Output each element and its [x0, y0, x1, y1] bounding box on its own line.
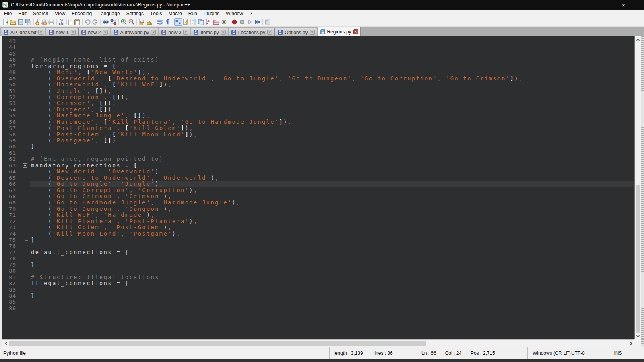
menu-item-help[interactable]: ?	[246, 10, 256, 18]
word-wrap-icon[interactable]	[156, 18, 164, 26]
code-text[interactable]: }	[30, 262, 634, 268]
code-text[interactable]: # Structure: illegal locations	[30, 274, 634, 280]
code-text[interactable]: terraria_regions = [	[30, 63, 634, 69]
code-line-56[interactable]: 56 ('Hardmode', ['Kill Plantera', 'Go to…	[2, 119, 634, 125]
code-text[interactable]	[30, 299, 634, 305]
horizontal-scrollbar[interactable]	[2, 339, 634, 347]
menu-item-search[interactable]: Search	[30, 10, 52, 18]
find-icon[interactable]	[102, 18, 109, 26]
code-text[interactable]: ('Kill Moon Lord', 'Postgame'),	[30, 231, 634, 237]
code-line-76[interactable]: 76	[2, 243, 634, 249]
code-text[interactable]: # (Entrance, region pointed to)	[30, 156, 634, 162]
code-line-51[interactable]: 51 ('Jungle', []),	[2, 88, 634, 94]
code-line-84[interactable]: 84}	[2, 293, 634, 299]
code-line-66[interactable]: 66 ('Go to Jungle', 'Jungle'),	[2, 181, 634, 187]
code-text[interactable]: ('Go to Crimson', 'Crimson'),	[30, 193, 634, 200]
macro-record-icon[interactable]	[231, 18, 238, 26]
code-text[interactable]: ('Jungle', []),	[30, 88, 634, 94]
code-line-64[interactable]: 64 ('New World', 'Overworld'),	[2, 169, 634, 175]
code-text[interactable]: ('Post-Golem', ['Kill Moon Lord']),	[30, 132, 634, 138]
code-text[interactable]	[30, 38, 634, 44]
menu-item-language[interactable]: Language	[95, 10, 123, 18]
code-text[interactable]: ('Hardmode Jungle', []),	[30, 113, 634, 119]
code-line-62[interactable]: 62# (Entrance, region pointed to)	[2, 156, 634, 162]
scroll-up-icon[interactable]	[635, 36, 641, 43]
code-line-57[interactable]: 57 ('Post-Plantera', ['Kill Golem']),	[2, 125, 634, 131]
tab-close-icon[interactable]: ×	[221, 30, 226, 35]
sync-vertical-scroll-icon[interactable]	[138, 18, 146, 26]
tab-ap-ideas.txt[interactable]: AP Ideas.txt×	[1, 28, 45, 36]
tab-new-1[interactable]: new 1×	[46, 28, 78, 36]
tab-close-icon[interactable]: ×	[103, 30, 108, 35]
code-line-73[interactable]: 73 ('Kill Golem', 'Post-Golem'),	[2, 224, 634, 230]
new-file-icon[interactable]	[2, 18, 9, 26]
code-line-54[interactable]: 54 ('Dungeon', []),	[2, 107, 634, 113]
code-text[interactable]: ('Go to Jungle', 'Jungle'),	[30, 181, 634, 187]
code-text[interactable]: ('Crimson', []),	[30, 100, 634, 106]
print-icon[interactable]	[47, 18, 55, 26]
code-line-70[interactable]: 70 ('Go to Dungeon', 'Dungeon'),	[2, 206, 634, 212]
code-line-69[interactable]: 69 ('Go to Hardmode Jungle', 'Hardmode J…	[2, 200, 634, 206]
tab-regions.py[interactable]: Regions.py×	[318, 27, 361, 36]
code-text[interactable]	[30, 243, 634, 249]
code-text[interactable]: ('Overworld', ['Descend to Underworld', …	[30, 76, 634, 82]
code-text[interactable]: default_connections = {	[30, 249, 634, 255]
code-text[interactable]: ]	[30, 144, 634, 150]
folder-as-workspace-icon[interactable]	[213, 18, 220, 26]
code-text[interactable]	[30, 305, 634, 311]
code-line-80[interactable]: 80	[2, 268, 634, 274]
code-line-50[interactable]: 50 ('Underworld', ['Kill WoF']),	[2, 82, 634, 88]
monitoring-icon[interactable]	[220, 18, 228, 26]
code-text[interactable]: }	[30, 293, 634, 299]
code-line-79[interactable]: 79}	[2, 262, 634, 268]
code-text[interactable]: ('Menu', ['New World']),	[30, 69, 634, 75]
code-text[interactable]: ('Underworld', ['Kill WoF']),	[30, 82, 634, 88]
scroll-left-icon[interactable]	[2, 340, 9, 347]
macro-stop-icon[interactable]	[238, 18, 246, 26]
zoom-out-icon[interactable]	[128, 18, 135, 26]
code-text[interactable]	[30, 51, 634, 57]
code-line-74[interactable]: 74 ('Kill Moon Lord', 'Postgame'),	[2, 231, 634, 237]
code-text[interactable]	[30, 268, 634, 274]
code-text[interactable]: ('Postgame', [])	[30, 138, 634, 144]
scroll-right-icon[interactable]	[627, 340, 634, 347]
code-line-86[interactable]: 86	[2, 305, 634, 311]
indent-guide-icon[interactable]	[174, 18, 182, 26]
code-text[interactable]: ('Kill Plantera', 'Post-Plantera'),	[30, 218, 634, 224]
vertical-scrollbar[interactable]	[634, 36, 641, 339]
show-all-chars-icon[interactable]	[164, 18, 171, 26]
code-line-83[interactable]: 83	[2, 287, 634, 293]
code-text[interactable]: ('Go to Corruption', 'Corruption'),	[30, 187, 634, 193]
replace-icon[interactable]	[109, 18, 117, 26]
code-line-81[interactable]: 81# Structure: illegal locations	[2, 274, 634, 280]
tab-options.py[interactable]: Options.py×	[275, 28, 317, 36]
code-line-82[interactable]: 82illegal_connections = {	[2, 280, 634, 286]
code-line-68[interactable]: 68 ('Go to Crimson', 'Crimson'),	[2, 193, 634, 200]
code-text[interactable]: ('Dungeon', []),	[30, 107, 634, 113]
paste-icon[interactable]	[73, 18, 81, 26]
undo-icon[interactable]	[84, 18, 91, 26]
tab-new-2[interactable]: new 2×	[78, 28, 110, 36]
function-list-icon[interactable]	[182, 18, 190, 26]
tab-autoworld.py[interactable]: AutoWorld.py×	[111, 28, 159, 36]
sync-horizontal-scroll-icon[interactable]	[146, 18, 153, 26]
code-text[interactable]: ('Post-Plantera', ['Kill Golem']),	[30, 125, 634, 131]
open-file-icon[interactable]	[9, 18, 17, 26]
code-line-49[interactable]: 49 ('Overworld', ['Descend to Underworld…	[2, 76, 634, 82]
fold-collapse-icon[interactable]	[23, 163, 27, 168]
vertical-scrollbar-thumb[interactable]	[636, 185, 640, 333]
scroll-down-icon[interactable]	[635, 333, 641, 339]
minimize-icon[interactable]	[577, 0, 596, 10]
tab-new-3[interactable]: new 3×	[159, 28, 190, 36]
code-line-61[interactable]: 61	[2, 150, 634, 156]
code-line-52[interactable]: 52 ('Corruption', []),	[2, 94, 634, 100]
code-line-67[interactable]: 67 ('Go to Corruption', 'Corruption'),	[2, 187, 634, 193]
maximize-icon[interactable]	[596, 0, 614, 10]
tab-close-icon[interactable]: ×	[267, 30, 272, 35]
menu-item-window[interactable]: Window	[223, 10, 246, 18]
tab-close-icon[interactable]: ×	[183, 30, 188, 35]
code-line-85[interactable]: 85	[2, 299, 634, 305]
code-text[interactable]: mandatory_connections = [	[30, 162, 634, 169]
code-line-58[interactable]: 58 ('Post-Golem', ['Kill Moon Lord']),	[2, 132, 634, 138]
document-list-icon[interactable]	[197, 18, 205, 26]
